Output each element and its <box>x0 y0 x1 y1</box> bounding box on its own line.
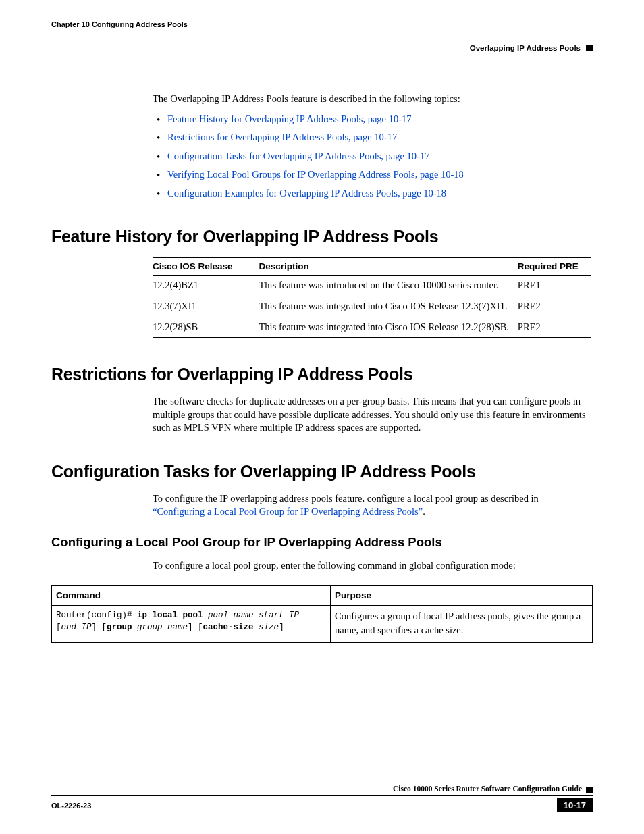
cmd-bracket: ] [ <box>92 623 107 632</box>
cmd-keyword: group <box>107 623 132 632</box>
link-config-examples[interactable]: Configuration Examples for Overlapping I… <box>167 188 446 199</box>
cell-purpose: Configures a group of local IP address p… <box>331 605 593 642</box>
cell-release: 12.2(28)SB <box>153 317 259 338</box>
cmd-bracket: [ <box>56 623 61 632</box>
page-number: 10-17 <box>557 798 593 812</box>
feature-history-table: Cisco IOS Release Description Required P… <box>153 257 591 338</box>
cmd-arg: group-name <box>132 623 188 632</box>
cell-desc: This feature was introduced on the Cisco… <box>259 276 518 296</box>
heading-restrictions: Restrictions for Overlapping IP Address … <box>51 365 593 384</box>
local-intro-text: To configure a local pool group, enter t… <box>153 559 593 573</box>
config-intro-post: . <box>423 506 425 517</box>
footer-guide-title: Cisco 10000 Series Router Software Confi… <box>393 785 582 793</box>
command-table: Command Purpose Router(config)# ip local… <box>51 585 593 643</box>
page-footer: Cisco 10000 Series Router Software Confi… <box>51 785 593 812</box>
table-row: Router(config)# ip local pool pool-name … <box>52 605 593 642</box>
config-intro: To configure the IP overlapping address … <box>153 492 593 519</box>
link-config-local-pool[interactable]: “Configuring a Local Pool Group for IP O… <box>153 506 423 517</box>
cell-release: 12.2(4)BZ1 <box>153 276 259 296</box>
cell-desc: This feature was integrated into Cisco I… <box>259 296 518 317</box>
cmd-bracket: ] [ <box>188 623 203 632</box>
cmd-arg: pool-name start-IP <box>203 610 300 620</box>
table-row: 12.3(7)XI1 This feature was integrated i… <box>153 296 591 317</box>
cmd-prefix: Router(config)# <box>56 610 137 620</box>
link-feature-history[interactable]: Feature History for Overlapping IP Addre… <box>167 113 412 124</box>
cell-desc: This feature was integrated into Cisco I… <box>259 317 518 338</box>
cell-pre: PRE2 <box>518 317 591 338</box>
cmd-arg: size <box>254 623 279 632</box>
footer-doc-number: OL-2226-23 <box>51 802 91 810</box>
heading-feature-history: Feature History for Overlapping IP Addre… <box>51 227 593 246</box>
topic-links-list: Feature History for Overlapping IP Addre… <box>153 113 593 201</box>
cell-command: Router(config)# ip local pool pool-name … <box>52 605 331 642</box>
th-description: Description <box>259 258 518 276</box>
th-command: Command <box>52 585 331 605</box>
table-row: 12.2(4)BZ1 This feature was introduced o… <box>153 276 591 296</box>
cell-pre: PRE2 <box>518 296 591 317</box>
chapter-label: Chapter 10 Configuring Address Pools <box>51 20 188 28</box>
cmd-arg: end-IP <box>61 623 92 632</box>
th-purpose: Purpose <box>331 585 593 605</box>
footer-marker-icon <box>586 787 593 793</box>
cell-release: 12.3(7)XI1 <box>153 296 259 317</box>
intro-text: The Overlapping IP Address Pools feature… <box>153 93 593 106</box>
heading-local-pool-group: Configuring a Local Pool Group for IP Ov… <box>51 535 593 550</box>
link-restrictions[interactable]: Restrictions for Overlapping IP Address … <box>167 132 397 142</box>
cmd-keyword: cache-size <box>203 623 254 632</box>
heading-config-tasks: Configuration Tasks for Overlapping IP A… <box>51 462 593 481</box>
cmd-bracket: ] <box>279 623 284 632</box>
link-config-tasks[interactable]: Configuration Tasks for Overlapping IP A… <box>167 151 429 161</box>
header-marker-icon <box>586 45 593 51</box>
cmd-keyword: ip local pool <box>137 610 203 620</box>
th-required-pre: Required PRE <box>518 258 591 276</box>
th-release: Cisco IOS Release <box>153 258 259 276</box>
restrictions-text: The software checks for duplicate addres… <box>153 395 593 435</box>
cell-pre: PRE1 <box>518 276 591 296</box>
link-verifying[interactable]: Verifying Local Pool Groups for IP Overl… <box>167 169 464 180</box>
table-row: 12.2(28)SB This feature was integrated i… <box>153 317 591 338</box>
config-intro-pre: To configure the IP overlapping address … <box>153 493 539 504</box>
section-label: Overlapping IP Address Pools <box>470 44 581 52</box>
